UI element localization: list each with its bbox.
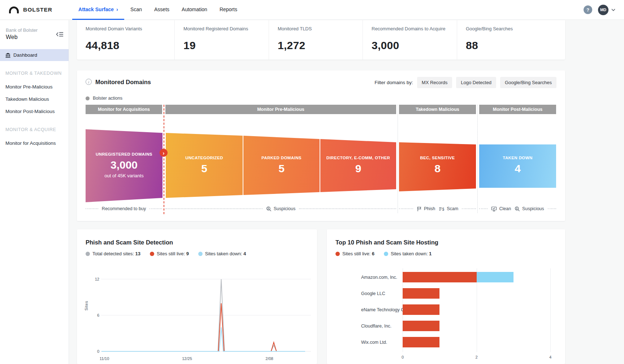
stat-label: Monitored Domain Variants	[86, 26, 174, 31]
stat-value: 44,818	[86, 39, 174, 52]
funnel-segment-unregistered-domains[interactable]: UNREGISTERED DOMAINS 3,000 out of 45K va…	[86, 126, 162, 204]
filter-domains-label: Filter domains by:	[374, 80, 413, 85]
info-icon[interactable]: i	[86, 79, 92, 85]
tab-label: Reports	[220, 6, 237, 12]
tab-label: Assets	[154, 6, 169, 12]
suspicious-icon	[515, 206, 520, 212]
monitored-domains-card: i Monitored Domains Filter domains by: M…	[77, 70, 565, 221]
svg-text:$: $	[442, 207, 445, 211]
stage-header-takedown-malicious: Takedown Malicious	[399, 105, 476, 114]
expand-stage-badge[interactable]: ›	[160, 149, 168, 157]
scam-icon: $	[439, 206, 445, 212]
bar-sites-still-live[interactable]	[403, 288, 439, 299]
stage-header-monitor-for-acquisitions: Monitor for Acquisitions	[86, 105, 162, 114]
x-tick: 12/25	[180, 356, 194, 361]
funnel-value: 8	[434, 162, 441, 175]
stat-value: 19	[183, 39, 269, 52]
top-hosting-card: Top 10 Phish and Scam Site Hosting Sites…	[327, 229, 565, 364]
detection-line-chart	[77, 229, 317, 364]
footer-zone-takedown: Phish $ Scam	[399, 204, 476, 213]
filter-logo-detected-button[interactable]: Logo Detected	[456, 77, 496, 88]
funnel-segment-uncategorized[interactable]: UNCATEGORIZED 5	[166, 126, 243, 204]
funnel-label: TAKEN DOWN	[500, 156, 535, 160]
sidebar-section-monitor-takedown: MONITOR & TAKEDOWN	[5, 71, 69, 76]
monitored-domains-title: Monitored Domains	[95, 79, 151, 86]
sidebar-item-label: Dashboard	[13, 52, 37, 58]
stat-value: 1,272	[278, 39, 363, 52]
footer-label: Suspicious	[274, 206, 295, 211]
bar-sites-still-live[interactable]	[403, 304, 439, 315]
footer-zone-acquisitions: Recommended to buy	[86, 204, 162, 213]
funnel-label: BEC, SENSITIVE	[417, 156, 458, 160]
stat-label: Recommended Domains to Acquire	[372, 26, 457, 31]
stat-monitored-domain-variants: Monitored Domain Variants 44,818	[77, 20, 174, 60]
tab-reports[interactable]: Reports	[213, 0, 243, 20]
bar-sites-still-live[interactable]	[403, 337, 439, 347]
funnel-value: 4	[515, 162, 521, 175]
brand-name: BOLSTER	[23, 6, 52, 13]
stat-recommended-domains: Recommended Domains to Acquire 3,000	[363, 20, 457, 60]
stat-label: Google/Bing Searches	[466, 26, 565, 31]
tab-label: Automation	[182, 6, 207, 12]
funnel-segment-taken-down[interactable]: TAKEN DOWN 4	[479, 126, 556, 204]
dotted-leader	[479, 208, 488, 209]
funnel-value: 5	[201, 162, 207, 175]
stat-monitored-tlds: Monitored TLDS 1,272	[269, 20, 363, 60]
bar-sites-still-live[interactable]	[403, 272, 477, 282]
legend-dot	[335, 252, 340, 256]
x-tick: 2/08	[262, 356, 277, 361]
x-tick: 11/10	[97, 356, 112, 361]
bank-icon	[5, 53, 10, 58]
sidebar-item-takedown-malicious[interactable]: Takedown Malicious	[0, 93, 69, 105]
filter-mx-records-button[interactable]: MX Records	[417, 77, 452, 88]
tab-automation[interactable]: Automation	[176, 0, 213, 20]
stage-header-monitor-pre-malicious: Monitor Pre-Malicious	[165, 105, 396, 114]
help-icon[interactable]: ?	[584, 5, 592, 14]
legend-label: Bolster actions	[93, 96, 122, 101]
sidebar-item-monitor-pre-malicious[interactable]: Monitor Pre-Malicious	[0, 81, 69, 93]
stat-value: 3,000	[372, 39, 457, 52]
legend-item: Sites still live: 6	[335, 251, 374, 256]
dotted-leader	[462, 208, 476, 209]
filter-google-bing-button[interactable]: Google/Bing Searches	[500, 77, 556, 88]
bolster-logo-icon	[9, 6, 19, 13]
funnel-segment-directory-ecomm-other[interactable]: DIRECTORY, E-COMM, OTHER 9	[320, 126, 396, 204]
bar-sites-taken-down[interactable]	[477, 272, 514, 282]
sidebar-section-monitor-acquire: MONITOR & ACQUIRE	[5, 127, 69, 132]
dotted-leader	[165, 208, 263, 209]
funnel-label: UNREGISTERED DOMAINS	[93, 152, 155, 156]
workspace-name: Web	[6, 34, 63, 40]
tab-scan[interactable]: Scan	[124, 0, 148, 20]
footer-zone-pre-malicious: Suspicious	[165, 204, 396, 213]
dotted-leader	[150, 208, 162, 209]
sidebar-item-dashboard[interactable]: Dashboard	[0, 49, 69, 61]
funnel-value: 9	[355, 162, 361, 175]
x-tick: 2	[471, 355, 482, 359]
user-menu[interactable]: MD	[598, 5, 615, 15]
stat-google-bing-searches: Google/Bing Searches 88	[457, 20, 565, 60]
sidebar: Bank of Bolster Web Dashboard MONITOR & …	[0, 20, 69, 364]
phish-flag-icon	[417, 206, 422, 212]
suspicious-icon	[266, 206, 272, 212]
footer-label: Clean	[499, 206, 511, 211]
funnel-segment-bec-sensitive[interactable]: BEC, SENSITIVE 8	[399, 126, 476, 204]
stat-label: Monitored Registered Domains	[183, 26, 269, 31]
hosting-chart-legend: Sites still live: 6Sites taken down: 1	[335, 251, 432, 256]
bolster-actions-legend: Bolster actions	[86, 96, 122, 101]
tab-assets[interactable]: Assets	[148, 0, 176, 20]
top-navigation: BOLSTER Attack Surface › Scan Assets Aut…	[0, 0, 624, 20]
dotted-leader	[299, 208, 396, 209]
tab-attack-surface[interactable]: Attack Surface ›	[72, 0, 124, 20]
bar-sites-still-live[interactable]	[403, 321, 439, 331]
funnel-segment-parked-domains[interactable]: PARKED DOMAINS 5	[243, 126, 320, 204]
sidebar-item-monitor-for-acquisitions[interactable]: Monitor for Acquisitions	[0, 137, 69, 149]
hosting-chart-title: Top 10 Phish and Scam Site Hosting	[335, 239, 438, 246]
collapse-sidebar-icon[interactable]	[56, 31, 64, 38]
avatar[interactable]: MD	[598, 5, 608, 15]
footer-label: Phish	[424, 206, 435, 211]
dotted-leader	[548, 208, 556, 209]
chevron-down-icon	[611, 9, 615, 11]
sidebar-item-monitor-post-malicious[interactable]: Monitor Post-Malicious	[0, 105, 69, 117]
stat-monitored-registered-domains: Monitored Registered Domains 19	[174, 20, 269, 60]
dotted-leader	[86, 208, 98, 209]
